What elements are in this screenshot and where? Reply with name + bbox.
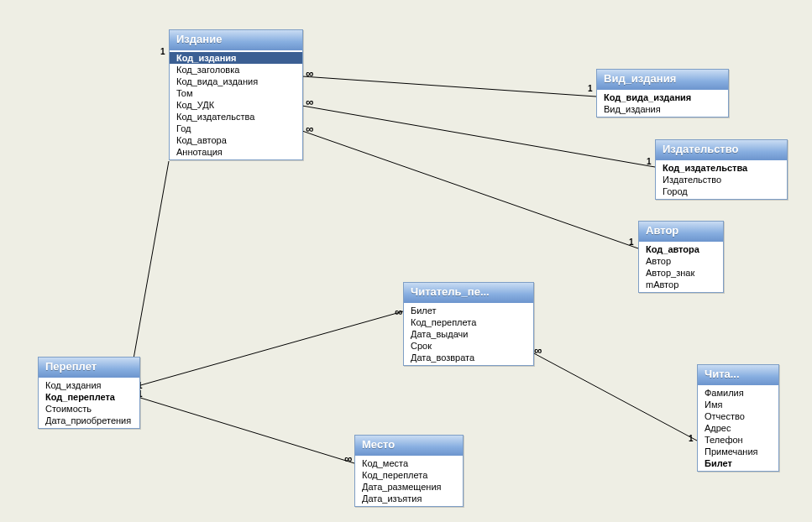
table-field[interactable]: mАвтор — [639, 279, 723, 290]
cardinality-one: 1 — [588, 84, 593, 93]
table-field[interactable]: Билет — [404, 305, 533, 316]
cardinality-one: 1 — [629, 238, 634, 247]
table-field[interactable]: Код_вида_издания — [597, 91, 728, 103]
table-field[interactable]: Отчество — [698, 410, 778, 422]
table-field[interactable]: Вид_издания — [597, 103, 728, 115]
svg-line-2 — [302, 131, 638, 248]
table-field[interactable]: Срок — [404, 340, 533, 352]
table-field[interactable]: Примечания — [698, 446, 778, 457]
cardinality-one: 1 — [160, 47, 165, 56]
table-field[interactable]: Дата_размещения — [355, 481, 463, 493]
table-field[interactable]: Аннотация — [170, 146, 302, 158]
svg-line-6 — [532, 352, 697, 441]
cardinality-one: 1 — [647, 157, 652, 166]
table-field[interactable]: Код_издания — [170, 52, 302, 64]
table-field[interactable]: Код_УДК — [170, 99, 302, 111]
table-header[interactable]: Вид_издания — [597, 70, 728, 90]
table-mesto[interactable]: МестоКод_местаКод_переплетаДата_размещен… — [354, 435, 464, 507]
svg-line-5 — [138, 397, 354, 463]
svg-line-4 — [138, 311, 403, 386]
table-header[interactable]: Переплет — [39, 358, 139, 378]
table-field[interactable]: Код_издательства — [170, 111, 302, 123]
cardinality-many: ∞ — [344, 452, 352, 465]
table-header[interactable]: Автор — [639, 222, 723, 242]
er-diagram-canvas: 1 ∞ 1 ∞ 1 ∞ 1 ∞ 1 ∞ 1 ∞ ∞ 1 ИзданиеКод_и… — [0, 0, 812, 522]
table-field-list: Код_вида_изданияВид_издания — [597, 90, 728, 117]
table-field-list: Код_автораАвторАвтор_знакmАвтор — [639, 242, 723, 292]
table-field[interactable]: Телефон — [698, 434, 778, 446]
cardinality-many: ∞ — [306, 67, 313, 80]
table-field[interactable]: Код_заголовка — [170, 64, 302, 76]
table-field[interactable]: Фамилия — [698, 387, 778, 399]
table-field[interactable]: Код_переплета — [355, 469, 463, 481]
table-field[interactable]: Город — [656, 185, 787, 197]
table-vid-izdaniya[interactable]: Вид_изданияКод_вида_изданияВид_издания — [596, 69, 729, 117]
table-field[interactable]: Код_переплета — [39, 391, 139, 403]
table-field-list: БилетКод_переплетаДата_выдачиСрокДата_во… — [404, 303, 533, 365]
svg-line-3 — [130, 161, 169, 378]
table-header[interactable]: Чита... — [698, 365, 778, 385]
table-field[interactable]: Код_вида_издания — [170, 76, 302, 87]
svg-line-0 — [302, 76, 596, 97]
cardinality-many: ∞ — [534, 344, 542, 357]
table-field[interactable]: Код_автора — [639, 243, 723, 255]
table-field[interactable]: Стоимость — [39, 403, 139, 415]
table-pereplet[interactable]: ПереплетКод_изданияКод_переплетаСтоимост… — [38, 357, 140, 429]
cardinality-one: 1 — [689, 434, 694, 443]
table-field[interactable]: Автор — [639, 255, 723, 267]
table-field[interactable]: Год — [170, 123, 302, 134]
table-chitatel-pe[interactable]: Читатель_пе...БилетКод_переплетаДата_выд… — [403, 282, 534, 366]
cardinality-many: ∞ — [306, 96, 313, 108]
table-field[interactable]: Код_переплета — [404, 316, 533, 328]
table-header[interactable]: Читатель_пе... — [404, 283, 533, 303]
table-header[interactable]: Место — [355, 436, 463, 456]
table-field-list: Код_изданияКод_заголовкаКод_вида_издания… — [170, 50, 302, 159]
table-field-list: Код_местаКод_переплетаДата_размещенияДат… — [355, 456, 463, 506]
table-field-list: ФамилияИмяОтчествоАдресТелефонПримечания… — [698, 385, 778, 471]
table-field[interactable]: Дата_выдачи — [404, 328, 533, 340]
cardinality-many: ∞ — [395, 305, 402, 318]
table-field[interactable]: Адрес — [698, 422, 778, 434]
table-field[interactable]: Автор_знак — [639, 267, 723, 279]
table-field-list: Код_изданияКод_переплетаСтоимостьДата_пр… — [39, 378, 139, 428]
table-field[interactable]: Издательство — [656, 174, 787, 185]
table-izdanie[interactable]: ИзданиеКод_изданияКод_заголовкаКод_вида_… — [169, 29, 303, 160]
table-field[interactable]: Код_издательства — [656, 162, 787, 174]
table-avtor[interactable]: АвторКод_автораАвторАвтор_знакmАвтор — [638, 221, 724, 293]
table-izdatelstvo[interactable]: ИздательствоКод_издательстваИздательство… — [655, 139, 788, 200]
table-field[interactable]: Том — [170, 87, 302, 99]
table-field[interactable]: Дата_возврата — [404, 352, 533, 363]
table-field[interactable]: Дата_изъятия — [355, 493, 463, 504]
cardinality-many: ∞ — [306, 123, 313, 135]
table-field[interactable]: Код_места — [355, 457, 463, 469]
table-field[interactable]: Билет — [698, 457, 778, 469]
table-field-list: Код_издательстваИздательствоГород — [656, 160, 787, 199]
table-field[interactable]: Имя — [698, 399, 778, 410]
table-chita[interactable]: Чита...ФамилияИмяОтчествоАдресТелефонПри… — [697, 364, 779, 472]
table-header[interactable]: Издательство — [656, 140, 787, 160]
table-header[interactable]: Издание — [170, 30, 302, 50]
table-field[interactable]: Код_издания — [39, 379, 139, 391]
table-field[interactable]: Дата_приобретения — [39, 415, 139, 426]
table-field[interactable]: Код_автора — [170, 134, 302, 146]
